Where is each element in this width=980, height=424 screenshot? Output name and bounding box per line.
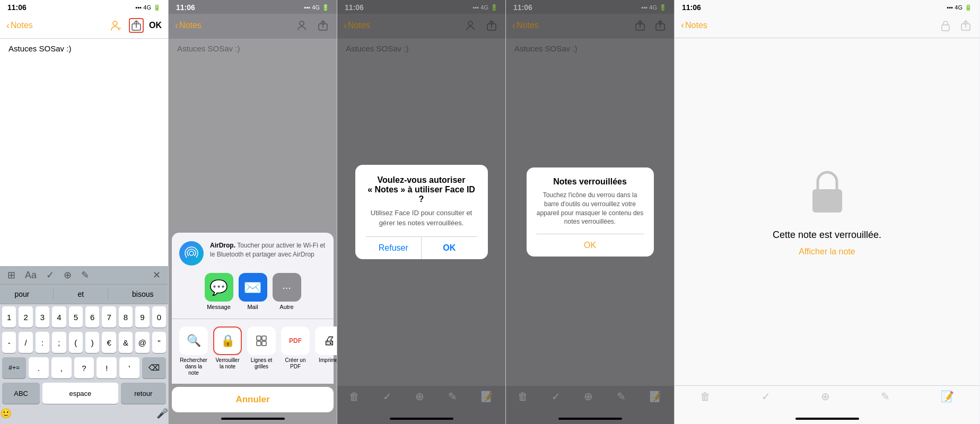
emoji-btn[interactable]: 🙂 bbox=[0, 408, 12, 419]
key-exclaim[interactable]: ! bbox=[97, 357, 117, 378]
pred-divider-2 bbox=[108, 289, 108, 299]
action-print[interactable]: 🖨 Imprimer bbox=[315, 326, 337, 376]
battery-icon-1: 🔋 bbox=[153, 4, 161, 11]
back-button-5[interactable]: ‹ Notes bbox=[681, 20, 707, 31]
note-content-1[interactable]: Astuces SOSav :) bbox=[0, 38, 168, 266]
chevron-left-icon-1: ‹ bbox=[6, 20, 10, 31]
key-semi[interactable]: ; bbox=[52, 332, 66, 353]
key-period[interactable]: . bbox=[29, 357, 49, 378]
predictive-row: pour et bisous bbox=[0, 285, 168, 304]
key-dash[interactable]: - bbox=[2, 332, 16, 353]
other-app-label: Autre bbox=[279, 304, 293, 310]
lock-action-icon: 🔒 bbox=[213, 326, 242, 355]
dialog-overlay-4: Notes verrouillées Touchez l'icône du ve… bbox=[506, 0, 674, 424]
delete-tool-5[interactable]: 🗑 bbox=[700, 391, 711, 403]
back-button-2[interactable]: ‹ Notes bbox=[175, 20, 202, 31]
share-app-message[interactable]: 💬 Message bbox=[205, 273, 233, 310]
search-action-icon: 🔍 bbox=[179, 326, 208, 355]
mail-app-label: Mail bbox=[247, 304, 258, 310]
ok-button-1[interactable]: OK bbox=[149, 21, 162, 30]
key-space[interactable]: espace bbox=[42, 383, 118, 404]
key-euro[interactable]: € bbox=[102, 332, 116, 353]
key-row-numbers: 1 2 3 4 5 6 7 8 9 0 bbox=[0, 304, 168, 330]
check-icon-btn[interactable]: ✓ bbox=[46, 269, 54, 281]
lock-icon-large bbox=[808, 167, 846, 223]
grid-icon bbox=[256, 335, 267, 347]
airdrop-icon[interactable] bbox=[179, 241, 204, 266]
share-icon-btn-1[interactable] bbox=[129, 18, 144, 33]
status-icons-5: ▪▪▪ 4G 🔋 bbox=[947, 4, 972, 11]
locked-note-area: Cette note est verrouillée. Afficher la … bbox=[675, 38, 979, 385]
key-return[interactable]: retour bbox=[121, 383, 166, 404]
person-icon-btn-2[interactable] bbox=[295, 18, 310, 33]
share-icon-2 bbox=[318, 20, 328, 31]
share-icon-btn-2[interactable] bbox=[316, 18, 330, 33]
cancel-button[interactable]: Annuler bbox=[172, 387, 334, 412]
home-indicator-2 bbox=[221, 418, 285, 420]
key-hashplus[interactable]: #+= bbox=[2, 357, 26, 378]
key-amp[interactable]: & bbox=[119, 332, 133, 353]
key-open-paren[interactable]: ( bbox=[69, 332, 83, 353]
key-2[interactable]: 2 bbox=[19, 306, 32, 328]
pred-word-1[interactable]: pour bbox=[9, 289, 34, 299]
key-quote[interactable]: " bbox=[152, 332, 166, 353]
key-3[interactable]: 3 bbox=[36, 306, 49, 328]
aa-icon-btn[interactable]: Aa bbox=[25, 270, 37, 281]
locked-dialog-ok-btn[interactable]: OK bbox=[536, 234, 644, 257]
person-icon-btn-1[interactable]: + bbox=[109, 18, 124, 33]
back-button-1[interactable]: ‹ Notes bbox=[6, 20, 33, 31]
key-slash[interactable]: / bbox=[19, 332, 32, 353]
key-0[interactable]: 0 bbox=[152, 306, 166, 328]
key-1[interactable]: 1 bbox=[2, 306, 16, 328]
key-5[interactable]: 5 bbox=[69, 306, 83, 328]
message-app-label: Message bbox=[207, 304, 231, 310]
action-lock[interactable]: 🔒 Verrouiller la note bbox=[213, 326, 242, 376]
keyboard-bottom-bar: 🙂 🎤 bbox=[0, 406, 168, 424]
key-4[interactable]: 4 bbox=[52, 306, 66, 328]
print-action-label: Imprimer bbox=[319, 357, 337, 364]
pred-word-3[interactable]: bisous bbox=[127, 289, 159, 299]
compose-tool-5[interactable]: 📝 bbox=[941, 390, 954, 403]
pen-tool-5[interactable]: ✎ bbox=[881, 390, 890, 403]
plus-tool-5[interactable]: ⊕ bbox=[821, 390, 830, 403]
svg-point-5 bbox=[189, 251, 194, 255]
dialog-cancel-btn-3[interactable]: Refuser bbox=[366, 237, 422, 259]
action-search[interactable]: 🔍 Rechercher dans la note bbox=[179, 326, 208, 376]
key-6[interactable]: 6 bbox=[85, 306, 99, 328]
pred-word-2[interactable]: et bbox=[72, 289, 89, 299]
key-9[interactable]: 9 bbox=[135, 306, 149, 328]
nav-actions-2 bbox=[295, 18, 330, 33]
mail-app-icon: ✉️ bbox=[239, 273, 267, 302]
close-toolbar-btn[interactable]: ✕ bbox=[153, 269, 161, 281]
key-comma[interactable]: , bbox=[51, 357, 72, 378]
dialog-ok-btn-3[interactable]: OK bbox=[422, 237, 477, 259]
status-icons-1: ▪▪▪ 4G 🔋 bbox=[136, 4, 161, 11]
key-at[interactable]: @ bbox=[135, 332, 149, 353]
check-tool-5[interactable]: ✓ bbox=[762, 390, 771, 403]
lock-action-label: Verrouiller la note bbox=[213, 357, 242, 370]
share-app-other[interactable]: ··· Autre bbox=[273, 273, 301, 310]
key-close-paren[interactable]: ) bbox=[85, 332, 99, 353]
keyboard-toolbar-1: ⊞ Aa ✓ ⊕ ✎ ✕ bbox=[0, 266, 168, 285]
action-lines[interactable]: Lignes et grilles bbox=[247, 326, 276, 376]
key-apostrophe[interactable]: ' bbox=[119, 357, 139, 378]
key-backspace[interactable]: ⌫ bbox=[142, 357, 166, 378]
show-note-link[interactable]: Afficher la note bbox=[799, 247, 855, 257]
key-colon[interactable]: : bbox=[36, 332, 49, 353]
plus-icon-btn[interactable]: ⊕ bbox=[64, 269, 72, 281]
table-icon-btn[interactable]: ⊞ bbox=[7, 269, 15, 281]
key-7[interactable]: 7 bbox=[102, 306, 116, 328]
nav-actions-1: + OK bbox=[109, 18, 162, 33]
share-app-mail[interactable]: ✉️ Mail bbox=[239, 273, 267, 310]
key-question[interactable]: ? bbox=[74, 357, 94, 378]
message-app-icon: 💬 bbox=[205, 273, 233, 302]
key-8[interactable]: 8 bbox=[119, 306, 133, 328]
key-abc[interactable]: ABC bbox=[2, 383, 40, 404]
lock-icon-btn-5[interactable] bbox=[938, 18, 953, 33]
action-pdf[interactable]: PDF Créer un PDF bbox=[281, 326, 310, 376]
pen-icon-btn[interactable]: ✎ bbox=[81, 269, 89, 281]
bottom-toolbar-5: 🗑 ✓ ⊕ ✎ 📝 bbox=[675, 385, 979, 416]
locked-dialog-msg: Touchez l'icône du verrou dans la barre … bbox=[536, 191, 644, 226]
mic-btn[interactable]: 🎤 bbox=[156, 408, 168, 419]
share-icon-btn-5[interactable] bbox=[958, 18, 973, 33]
